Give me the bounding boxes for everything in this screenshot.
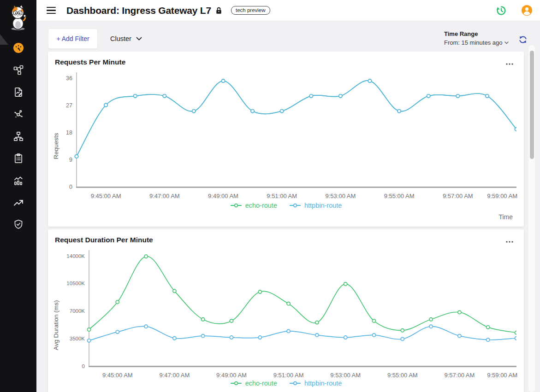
requests-per-minute-card: Requests Per Minute 091827369:45:00 AM9:… [48, 52, 524, 227]
svg-text:Requests: Requests [53, 133, 59, 159]
legend-line-marker-icon [230, 203, 242, 208]
sidebar [0, 0, 36, 392]
add-filter-button[interactable]: + Add Filter [48, 29, 98, 49]
sidebar-item-security[interactable] [0, 214, 36, 234]
svg-text:9:57:00 AM: 9:57:00 AM [445, 372, 475, 379]
gauge-icon [13, 42, 24, 53]
sidebar-item-network[interactable] [0, 126, 36, 146]
svg-text:9:49:00 AM: 9:49:00 AM [208, 193, 238, 199]
legend-line-marker-icon [289, 380, 301, 386]
svg-text:9:59:00 AM: 9:59:00 AM [487, 193, 517, 199]
trending-up-icon [13, 197, 24, 208]
legend-httpbin-route[interactable]: httpbin-route [289, 202, 342, 209]
chevron-down-icon [136, 37, 142, 41]
chart-legend: echo-route httpbin-route [48, 202, 524, 209]
svg-text:9:53:00 AM: 9:53:00 AM [326, 193, 356, 199]
svg-text:10500K: 10500K [66, 281, 85, 286]
chart-legend: echo-route httpbin-route [48, 380, 524, 387]
sidebar-item-metrics[interactable] [0, 170, 36, 191]
svg-text:18: 18 [66, 129, 72, 136]
refresh-button[interactable] [517, 34, 528, 47]
svg-text:36: 36 [66, 75, 72, 82]
ellipsis-icon [505, 63, 514, 65]
sidebar-item-dashboards[interactable] [0, 38, 36, 58]
user-avatar-icon [522, 5, 532, 16]
tech-preview-badge: tech preview [231, 6, 270, 15]
sidebar-item-policies[interactable] [0, 82, 36, 102]
svg-text:9:45:00 AM: 9:45:00 AM [91, 193, 121, 199]
svg-text:9:55:00 AM: 9:55:00 AM [387, 372, 418, 379]
legend-httpbin-route[interactable]: httpbin-route [289, 380, 342, 387]
time-range-label: Time Range [444, 30, 509, 37]
duration-chart-canvas[interactable]: 03500K7000K10500K14000K9:45:00 AM9:47:00… [48, 229, 524, 388]
cat-mascot-logo[interactable] [7, 5, 29, 31]
svg-text:9:55:00 AM: 9:55:00 AM [384, 193, 415, 199]
svg-text:9:59:00 AM: 9:59:00 AM [487, 372, 517, 379]
svg-text:9:49:00 AM: 9:49:00 AM [216, 372, 247, 379]
topology-icon [13, 64, 24, 76]
time-range-dropdown[interactable]: From: 15 minutes ago [444, 39, 509, 46]
ellipsis-icon [505, 240, 514, 243]
sidebar-item-topology[interactable] [0, 60, 36, 80]
history-icon [496, 5, 507, 16]
document-edit-icon [13, 87, 24, 98]
menu-toggle-button[interactable] [45, 5, 58, 16]
shield-check-icon [13, 219, 24, 230]
bar-chart-icon [13, 175, 24, 186]
app-root: Dashboard: Ingress Gateway L7 tech previ… [0, 0, 540, 392]
sidebar-item-reports[interactable] [0, 148, 36, 169]
sitemap-icon [13, 131, 24, 142]
requests-line-chart: 091827369:45:00 AM9:47:00 AM9:49:00 AM9:… [48, 52, 524, 211]
legend-echo-route[interactable]: echo-route [230, 380, 277, 387]
svg-text:0: 0 [82, 363, 85, 369]
requests-chart-canvas[interactable]: 091827369:45:00 AM9:47:00 AM9:49:00 AM9:… [48, 52, 524, 211]
svg-text:9:45:00 AM: 9:45:00 AM [102, 372, 133, 379]
svg-text:9:47:00 AM: 9:47:00 AM [160, 372, 190, 379]
lock-icon [216, 7, 222, 14]
legend-line-marker-icon [230, 380, 242, 386]
dashboard-content: + Add Filter Cluster Time Range From: 15… [36, 21, 540, 392]
svg-text:9: 9 [69, 157, 72, 163]
chart-title: Requests Per Minute [55, 58, 125, 66]
svg-text:9:51:00 AM: 9:51:00 AM [267, 193, 297, 199]
legend-line-marker-icon [289, 203, 301, 208]
time-range-section: Time Range From: 15 minutes ago [444, 30, 509, 46]
svg-text:Avg Duration (ms): Avg Duration (ms) [53, 300, 59, 351]
svg-text:3500K: 3500K [70, 336, 85, 341]
chart-menu-button[interactable] [504, 58, 516, 69]
clipboard-icon [13, 153, 24, 164]
vertical-scrollbar-track[interactable] [528, 45, 535, 392]
duration-line-chart: 03500K7000K10500K14000K9:45:00 AM9:47:00… [48, 229, 524, 388]
svg-text:7000K: 7000K [70, 308, 85, 314]
cluster-dropdown[interactable]: Cluster [106, 29, 147, 49]
svg-text:14000K: 14000K [66, 253, 85, 259]
top-bar: Dashboard: Ingress Gateway L7 tech previ… [36, 0, 540, 21]
chevron-down-icon [504, 41, 509, 44]
molecule-icon [13, 109, 24, 120]
chart-title: Request Duration Per Minute [55, 236, 153, 244]
svg-text:9:53:00 AM: 9:53:00 AM [330, 372, 361, 379]
x-axis-title: Time [498, 213, 513, 221]
svg-text:9:51:00 AM: 9:51:00 AM [273, 372, 304, 379]
cat-mascot-icon [7, 5, 29, 30]
svg-text:9:47:00 AM: 9:47:00 AM [149, 193, 180, 199]
chart-menu-button[interactable] [504, 236, 516, 246]
refresh-icon [518, 35, 528, 44]
svg-text:27: 27 [66, 102, 72, 109]
user-avatar-button[interactable] [521, 4, 533, 17]
sidebar-item-trends[interactable] [0, 193, 36, 213]
request-duration-card: Request Duration Per Minute 03500K7000K1… [48, 229, 524, 392]
svg-text:0: 0 [69, 184, 72, 190]
sidebar-item-services[interactable] [0, 104, 36, 124]
legend-echo-route[interactable]: echo-route [230, 202, 277, 209]
svg-text:9:57:00 AM: 9:57:00 AM [443, 193, 473, 199]
page-title: Dashboard: Ingress Gateway L7 [66, 5, 211, 16]
vertical-scrollbar-thumb[interactable] [530, 51, 534, 159]
history-button[interactable] [495, 4, 508, 17]
